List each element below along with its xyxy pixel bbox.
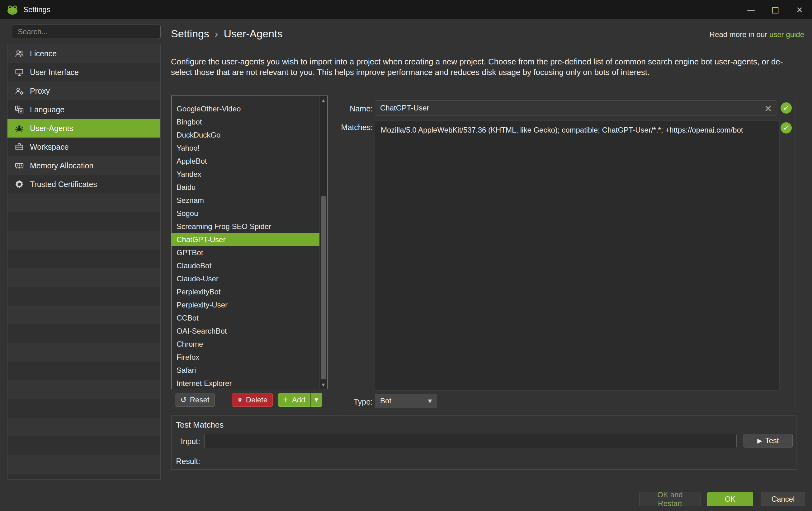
user-guide-link[interactable]: user guide xyxy=(770,30,804,38)
users-icon xyxy=(14,49,24,59)
trash-icon xyxy=(237,396,243,403)
delete-button[interactable]: Delete xyxy=(232,393,273,407)
proxy-user-gear-icon xyxy=(14,86,24,96)
test-matches-title: Test Matches xyxy=(176,420,224,430)
add-button-label: Add xyxy=(292,395,306,404)
list-item-selected[interactable]: ChatGPT-User xyxy=(172,233,319,246)
sidebar-item-memory-allocation[interactable]: Memory Allocation xyxy=(7,156,161,175)
matches-textarea[interactable]: Mozilla/5.0 AppleWebKit/537.36 (KHTML, l… xyxy=(375,120,780,391)
list-item[interactable]: Internet Explorer xyxy=(172,377,319,389)
window-controls: — □ × xyxy=(739,0,812,19)
list-item[interactable]: ClaudeBot xyxy=(172,259,319,272)
user-agent-list: GoogleOther-Video Bingbot DuckDuckGo Yah… xyxy=(172,96,319,389)
app-logo-frog-icon xyxy=(6,4,18,16)
sidebar-item-trusted-certificates[interactable]: Trusted Certificates xyxy=(7,175,161,193)
sidebar-item-user-agents[interactable]: User-Agents xyxy=(7,119,161,138)
list-item[interactable]: CCBot xyxy=(172,311,319,325)
sidebar-item-label: User Interface xyxy=(30,68,79,77)
certificate-badge-icon xyxy=(14,179,24,189)
sidebar-item-user-interface[interactable]: User Interface xyxy=(7,63,161,82)
list-item[interactable]: PerplexityBot xyxy=(172,285,319,298)
list-item[interactable]: Seznam xyxy=(172,194,319,207)
sidebar-item-label: Proxy xyxy=(30,87,50,95)
test-button[interactable]: ▶ Test xyxy=(744,434,793,448)
type-dropdown-value: Bot xyxy=(380,396,392,405)
list-item[interactable]: Bingbot xyxy=(172,116,319,128)
scroll-down-icon[interactable]: ▼ xyxy=(320,381,327,389)
scroll-up-icon[interactable]: ▲ xyxy=(320,96,327,104)
titlebar: Settings — □ × xyxy=(0,0,812,19)
spider-icon xyxy=(14,123,24,133)
clear-name-icon[interactable]: × xyxy=(762,102,774,114)
matches-label: Matches: xyxy=(318,123,373,132)
chevron-down-icon: ▼ xyxy=(428,398,432,404)
add-button[interactable]: + Add xyxy=(278,393,310,407)
reset-button[interactable]: ↺ Reset xyxy=(175,393,215,407)
list-item-partial[interactable] xyxy=(172,96,319,102)
test-input[interactable] xyxy=(204,434,737,448)
list-item[interactable]: Safari xyxy=(172,364,319,377)
test-input-label: Input: xyxy=(172,437,200,446)
breadcrumb-root: Settings xyxy=(171,28,209,40)
read-more-text: Read more in our user guide xyxy=(709,30,804,39)
ok-and-restart-button[interactable]: OK and Restart xyxy=(639,492,701,506)
list-item[interactable]: AppleBot xyxy=(172,155,319,168)
delete-button-label: Delete xyxy=(246,395,267,404)
user-agent-listbox: GoogleOther-Video Bingbot DuckDuckGo Yah… xyxy=(171,95,327,389)
sidebar-item-proxy[interactable]: Proxy xyxy=(7,82,161,100)
list-item[interactable]: GoogleOther-Video xyxy=(172,102,319,116)
sidebar-item-label: Language xyxy=(30,105,64,114)
list-item[interactable]: Sogou xyxy=(172,207,319,220)
name-label: Name: xyxy=(318,104,373,113)
sidebar-item-licence[interactable]: Licence xyxy=(7,44,161,63)
sidebar-item-label: User-Agents xyxy=(30,124,73,133)
list-item[interactable]: Chrome xyxy=(172,338,319,351)
list-item[interactable]: Screaming Frog SEO Spider xyxy=(172,220,319,233)
sidebar-item-label: Workspace xyxy=(30,143,69,152)
list-scrollbar[interactable]: ▲ ▼ xyxy=(319,96,327,389)
cancel-button[interactable]: Cancel xyxy=(761,492,805,506)
minimize-icon[interactable]: — xyxy=(739,0,763,19)
list-item[interactable]: OAI-SearchBot xyxy=(172,325,319,338)
reset-icon: ↺ xyxy=(181,396,187,403)
sidebar-item-label: Memory Allocation xyxy=(30,161,93,170)
chevron-right-icon: › xyxy=(215,28,218,40)
translate-icon xyxy=(14,104,24,115)
page-description: Configure the user-agents you wish to im… xyxy=(171,56,792,78)
list-item[interactable]: DuckDuckGo xyxy=(172,128,319,142)
breadcrumb-current: User-Agents xyxy=(224,28,283,40)
sidebar-item-label: Trusted Certificates xyxy=(30,180,97,189)
type-dropdown[interactable]: Bot ▼ xyxy=(375,394,437,408)
memory-chip-icon xyxy=(14,160,24,171)
name-input[interactable] xyxy=(375,100,777,116)
read-more-prefix: Read more in our xyxy=(709,30,770,38)
monitor-icon xyxy=(14,67,24,77)
settings-window: Settings — □ × Licence User Int xyxy=(0,0,812,511)
test-matches-section: Test Matches Input: ▶ Test Result: xyxy=(171,416,796,470)
list-item[interactable]: GPTBot xyxy=(172,246,319,259)
search-input[interactable] xyxy=(12,25,161,39)
name-valid-check-icon: ✓ xyxy=(781,102,792,114)
list-item[interactable]: Yahoo! xyxy=(172,142,319,155)
test-button-label: Test xyxy=(765,436,779,445)
scrollbar-thumb[interactable] xyxy=(321,197,326,379)
maximize-icon[interactable]: □ xyxy=(763,0,787,19)
sidebar-item-workspace[interactable]: Workspace xyxy=(7,138,161,156)
matches-valid-check-icon: ✓ xyxy=(781,122,792,133)
sidebar-item-label: Licence xyxy=(30,49,57,58)
list-item[interactable]: Baidu xyxy=(172,181,319,194)
list-item[interactable]: Firefox xyxy=(172,351,319,364)
list-item[interactable]: Yandex xyxy=(172,168,319,181)
plus-icon: + xyxy=(283,396,289,403)
type-label: Type: xyxy=(318,397,373,407)
result-label: Result: xyxy=(172,457,200,466)
list-item[interactable]: Claude-User xyxy=(172,272,319,285)
list-item[interactable]: Perplexity-User xyxy=(172,298,319,311)
breadcrumb: Settings › User-Agents xyxy=(171,28,282,40)
close-icon[interactable]: × xyxy=(787,0,812,19)
ok-button[interactable]: OK xyxy=(707,492,753,506)
window-title: Settings xyxy=(23,5,51,14)
sidebar-item-language[interactable]: Language xyxy=(7,100,161,119)
briefcase-icon xyxy=(14,142,24,152)
reset-button-label: Reset xyxy=(190,395,209,404)
